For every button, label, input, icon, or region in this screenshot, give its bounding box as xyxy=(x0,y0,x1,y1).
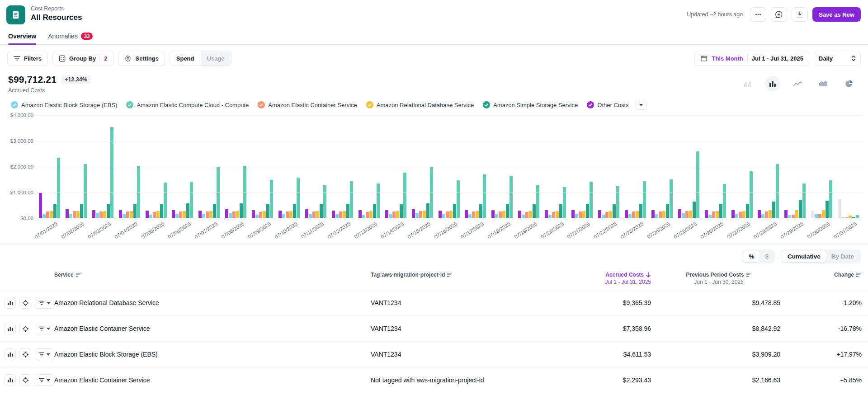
bar[interactable] xyxy=(366,212,369,218)
bar[interactable] xyxy=(442,214,445,218)
bar[interactable] xyxy=(175,214,179,218)
bar[interactable] xyxy=(682,213,685,218)
bar[interactable] xyxy=(160,204,163,218)
bar[interactable] xyxy=(639,204,642,218)
bar[interactable] xyxy=(822,210,825,218)
bar[interactable] xyxy=(339,212,342,218)
bar[interactable] xyxy=(99,212,103,218)
bar[interactable] xyxy=(137,166,140,218)
bar[interactable] xyxy=(412,209,415,218)
bar[interactable] xyxy=(126,212,129,218)
bar[interactable] xyxy=(186,203,189,218)
grouped-bar-chart-icon[interactable] xyxy=(740,76,755,91)
bar[interactable] xyxy=(739,212,742,218)
bar[interactable] xyxy=(563,187,566,218)
column-header-previous[interactable]: Previous Period Costs xyxy=(686,272,751,278)
bar[interactable] xyxy=(164,183,167,218)
bar[interactable] xyxy=(548,215,552,218)
bar[interactable] xyxy=(332,211,335,218)
bar[interactable] xyxy=(719,204,722,218)
column-header-accrued[interactable]: Accrued Costs xyxy=(605,272,651,278)
bar[interactable] xyxy=(758,210,761,218)
bar[interactable] xyxy=(457,180,460,218)
settings-button[interactable]: Settings xyxy=(118,51,165,66)
bar[interactable] xyxy=(369,211,373,218)
bar[interactable] xyxy=(198,211,202,218)
bar[interactable] xyxy=(518,211,521,218)
bar[interactable] xyxy=(826,201,829,218)
bar[interactable] xyxy=(130,211,133,218)
bar[interactable] xyxy=(838,199,841,218)
bar[interactable] xyxy=(598,210,601,218)
row-chart-button[interactable] xyxy=(5,374,16,386)
bar[interactable] xyxy=(670,179,673,218)
bar[interactable] xyxy=(403,173,406,218)
bar[interactable] xyxy=(453,204,456,218)
legend-item[interactable]: Amazon Elastic Container Service xyxy=(258,101,357,108)
bar[interactable] xyxy=(849,216,852,218)
bar[interactable] xyxy=(53,204,57,218)
row-filter-menu-button[interactable] xyxy=(35,323,54,334)
bar[interactable] xyxy=(396,211,399,218)
cumulative-toggle-option[interactable]: Cumulative xyxy=(782,251,826,262)
area-chart-icon[interactable] xyxy=(816,76,831,91)
bar[interactable] xyxy=(335,214,339,218)
bar[interactable] xyxy=(243,166,246,218)
bar[interactable] xyxy=(419,211,422,218)
bar[interactable] xyxy=(811,211,814,218)
bar[interactable] xyxy=(305,209,308,218)
bar[interactable] xyxy=(468,214,472,218)
percent-toggle-option[interactable]: % xyxy=(743,251,760,262)
bar[interactable] xyxy=(772,202,775,218)
bar[interactable] xyxy=(815,214,818,218)
bar[interactable] xyxy=(788,215,791,218)
comment-button[interactable] xyxy=(771,7,787,22)
bar[interactable] xyxy=(746,204,749,218)
bar[interactable] xyxy=(286,212,289,218)
bar[interactable] xyxy=(712,212,715,218)
bar[interactable] xyxy=(769,210,772,218)
more-options-button[interactable] xyxy=(750,7,766,22)
bar[interactable] xyxy=(685,211,689,218)
bar[interactable] xyxy=(632,212,635,218)
bar[interactable] xyxy=(625,210,628,218)
bar[interactable] xyxy=(225,209,228,218)
bar[interactable] xyxy=(42,214,46,218)
bar[interactable] xyxy=(392,212,396,218)
row-filter-menu-button[interactable] xyxy=(35,348,54,360)
legend-item[interactable]: Other Costs xyxy=(587,101,628,108)
bar[interactable] xyxy=(107,204,110,218)
bar[interactable] xyxy=(123,214,126,218)
bar[interactable] xyxy=(829,180,832,218)
bar[interactable] xyxy=(359,210,362,218)
bar[interactable] xyxy=(765,212,768,218)
legend-item[interactable]: Amazon Simple Storage Service xyxy=(483,101,578,108)
bar[interactable] xyxy=(502,211,505,218)
bar[interactable] xyxy=(529,211,532,218)
bar[interactable] xyxy=(50,211,53,218)
bar[interactable] xyxy=(651,210,655,218)
spend-toggle-option[interactable]: Spend xyxy=(170,51,201,66)
bar[interactable] xyxy=(266,204,269,218)
bar[interactable] xyxy=(133,204,137,218)
bar[interactable] xyxy=(229,213,232,218)
bar[interactable] xyxy=(76,211,80,218)
bar[interactable] xyxy=(282,214,285,218)
bar[interactable] xyxy=(590,182,593,218)
bar[interactable] xyxy=(802,183,806,218)
row-chart-button[interactable] xyxy=(5,348,16,360)
bar[interactable] xyxy=(499,212,502,218)
column-header-change[interactable]: Change xyxy=(834,272,862,278)
bar[interactable] xyxy=(655,214,658,218)
tab-anomalies[interactable]: Anomalies 33 xyxy=(48,30,93,44)
bar[interactable] xyxy=(316,211,319,218)
bar[interactable] xyxy=(705,210,708,218)
bar[interactable] xyxy=(377,183,380,218)
bar[interactable] xyxy=(792,215,795,218)
save-as-new-button[interactable]: Save as New xyxy=(812,7,861,22)
bar[interactable] xyxy=(666,204,669,218)
bar[interactable] xyxy=(731,210,735,218)
bar[interactable] xyxy=(289,211,292,218)
bar[interactable] xyxy=(66,209,69,218)
bar[interactable] xyxy=(723,184,726,218)
